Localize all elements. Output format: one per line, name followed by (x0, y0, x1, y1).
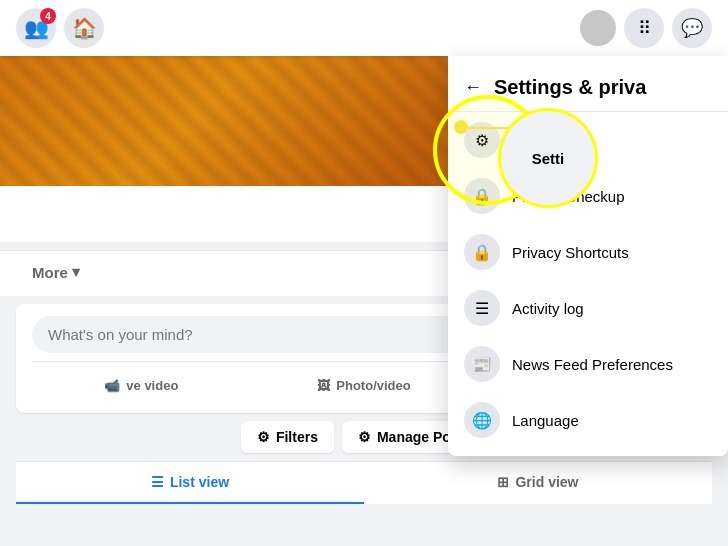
notification-badge: 4 (40, 8, 56, 24)
grid-view-tab[interactable]: ⊞ Grid view (364, 462, 712, 504)
nav-left: 👥 4 🏠 (16, 8, 104, 48)
home-icon[interactable]: 🏠 (64, 8, 104, 48)
top-navigation: 👥 4 🏠 ⠿ 💬 (0, 0, 728, 56)
live-video-button[interactable]: 📹 ve video (32, 370, 251, 401)
privacy-checkup-icon: 🔒 (464, 178, 500, 214)
setti-label: Setti (498, 108, 598, 208)
dropdown-header: ← Settings & priva (448, 64, 728, 112)
filter-icon: ⚙ (257, 429, 270, 445)
manage-icon: ⚙ (358, 429, 371, 445)
dropdown-title: Settings & priva (494, 76, 646, 99)
live-video-label: ve video (126, 378, 178, 393)
photo-video-button[interactable]: 🖼 Photo/video (255, 370, 474, 401)
nav-right: ⠿ 💬 (580, 8, 712, 48)
filters-button[interactable]: ⚙ Filters (241, 421, 334, 453)
live-video-icon: 📹 (104, 378, 120, 393)
settings-dropdown: ← Settings & priva ⚙ Settings 🔒 Privacy … (448, 56, 728, 456)
photo-icon: 🖼 (317, 378, 330, 393)
language-icon: 🌐 (464, 402, 500, 438)
privacy-shortcuts-item[interactable]: 🔒 Privacy Shortcuts (448, 224, 728, 280)
view-tabs: ☰ List view ⊞ Grid view (16, 461, 712, 504)
grid-icon: ⊞ (497, 474, 509, 490)
activity-log-icon: ☰ (464, 290, 500, 326)
activity-log-item[interactable]: ☰ Activity log (448, 280, 728, 336)
apps-grid-icon[interactable]: ⠿ (624, 8, 664, 48)
chevron-down-icon: ▾ (72, 263, 80, 281)
filters-label: Filters (276, 429, 318, 445)
back-icon: ← (464, 77, 482, 97)
more-label: More (32, 264, 68, 281)
news-feed-label: News Feed Preferences (512, 356, 673, 373)
list-view-label: List view (170, 474, 229, 490)
back-button[interactable]: ← (464, 77, 482, 98)
privacy-shortcuts-label: Privacy Shortcuts (512, 244, 629, 261)
privacy-shortcuts-icon: 🔒 (464, 234, 500, 270)
user-avatar[interactable] (580, 10, 616, 46)
news-feed-icon: 📰 (464, 346, 500, 382)
settings-icon: ⚙ (464, 122, 500, 158)
grid-view-label: Grid view (515, 474, 578, 490)
more-tab[interactable]: More ▾ (16, 251, 96, 296)
news-feed-preferences-item[interactable]: 📰 News Feed Preferences (448, 336, 728, 392)
list-view-tab[interactable]: ☰ List view (16, 462, 364, 504)
language-item[interactable]: 🌐 Language (448, 392, 728, 448)
messenger-icon[interactable]: 💬 (672, 8, 712, 48)
photo-video-label: Photo/video (336, 378, 410, 393)
activity-log-label: Activity log (512, 300, 584, 317)
language-label: Language (512, 412, 579, 429)
notifications-icon[interactable]: 👥 4 (16, 8, 56, 48)
list-icon: ☰ (151, 474, 164, 490)
